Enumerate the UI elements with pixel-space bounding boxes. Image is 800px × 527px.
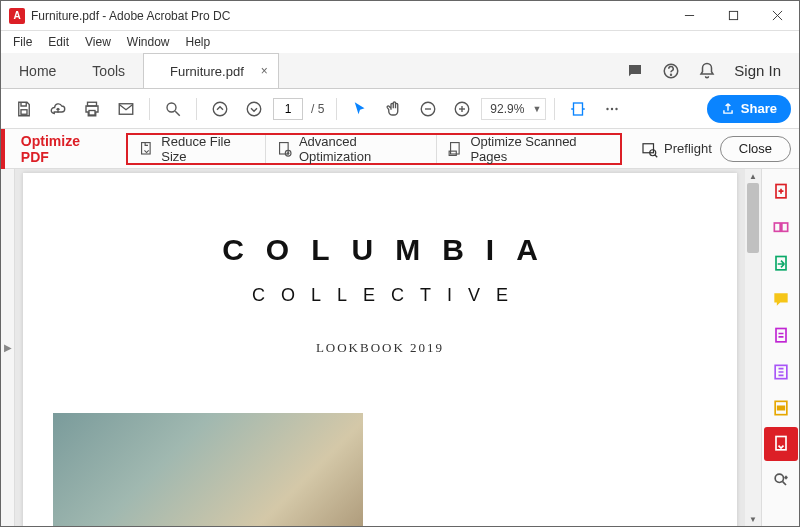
svg-rect-35 [776, 329, 786, 342]
svg-point-40 [775, 474, 783, 482]
tab-close-icon[interactable]: × [261, 64, 268, 78]
tool-combine-icon[interactable] [764, 211, 798, 245]
doc-hero-image [53, 413, 363, 526]
tab-document[interactable]: Furniture.pdf × [143, 53, 279, 88]
optimize-title: Optimize PDF [21, 133, 108, 165]
doc-heading-1: COLUMBIA [23, 233, 737, 267]
doc-heading-2: COLLECTIVE [23, 285, 737, 306]
svg-rect-33 [781, 223, 787, 231]
svg-line-30 [655, 155, 657, 157]
svg-point-12 [213, 102, 227, 116]
preflight-label: Preflight [664, 141, 712, 156]
svg-point-20 [607, 107, 609, 109]
optimize-scanned-button[interactable]: Optimize Scanned Pages [436, 135, 620, 163]
optimize-highlighted-group: Reduce File Size Advanced Optimization O… [126, 133, 622, 165]
tool-create-pdf-icon[interactable] [764, 175, 798, 209]
reduce-file-size-button[interactable]: Reduce File Size [128, 135, 265, 163]
tool-organize-icon[interactable] [764, 319, 798, 353]
svg-point-21 [611, 107, 613, 109]
tool-redact-icon[interactable] [764, 391, 798, 425]
menu-window[interactable]: Window [119, 33, 178, 51]
sign-in-button[interactable]: Sign In [734, 62, 781, 79]
close-button[interactable]: Close [720, 136, 791, 162]
svg-rect-26 [451, 142, 460, 153]
scroll-thumb[interactable] [747, 183, 759, 253]
bell-icon[interactable] [698, 62, 716, 80]
doc-inspired-text: INSPIRED BY [523, 523, 660, 526]
zoom-in-icon[interactable] [447, 94, 477, 124]
menu-edit[interactable]: Edit [40, 33, 77, 51]
svg-rect-32 [774, 223, 780, 231]
maximize-button[interactable] [711, 1, 755, 31]
tools-panel [761, 169, 799, 526]
chevron-down-icon: ▼ [532, 104, 541, 114]
hand-icon[interactable] [379, 94, 409, 124]
doc-subtitle: LOOKBOOK 2019 [23, 340, 737, 356]
share-label: Share [741, 101, 777, 116]
main-toolbar: / 5 92.9% ▼ Share [1, 89, 799, 129]
mail-icon[interactable] [111, 94, 141, 124]
vertical-scrollbar[interactable]: ▲ ▼ [745, 169, 761, 526]
svg-rect-38 [777, 406, 784, 409]
share-button[interactable]: Share [707, 95, 791, 123]
left-panel-toggle[interactable]: ▶ [1, 169, 15, 526]
advanced-optimization-label: Advanced Optimization [299, 134, 426, 164]
svg-rect-28 [643, 143, 654, 152]
title-bar: A Furniture.pdf - Adobe Acrobat Pro DC [1, 1, 799, 31]
help-icon[interactable] [662, 62, 680, 80]
preflight-button[interactable]: Preflight [640, 140, 712, 158]
search-icon[interactable] [158, 94, 188, 124]
cloud-icon[interactable] [43, 94, 73, 124]
reduce-file-size-label: Reduce File Size [161, 134, 255, 164]
app-icon: A [9, 8, 25, 24]
optimize-toolbar: Optimize PDF Reduce File Size Advanced O… [1, 129, 799, 169]
menu-file[interactable]: File [5, 33, 40, 51]
pointer-icon[interactable] [345, 94, 375, 124]
tool-more-icon[interactable] [764, 463, 798, 497]
tab-home[interactable]: Home [1, 53, 74, 88]
document-viewport[interactable]: COLUMBIA COLLECTIVE LOOKBOOK 2019 INSPIR… [15, 169, 745, 526]
page-down-icon[interactable] [239, 94, 269, 124]
optimize-scanned-label: Optimize Scanned Pages [470, 134, 610, 164]
document-page: COLUMBIA COLLECTIVE LOOKBOOK 2019 INSPIR… [23, 173, 737, 526]
tool-export-icon[interactable] [764, 247, 798, 281]
scroll-up-icon[interactable]: ▲ [745, 169, 761, 183]
page-up-icon[interactable] [205, 94, 235, 124]
svg-rect-6 [21, 109, 27, 114]
zoom-select[interactable]: 92.9% ▼ [481, 98, 546, 120]
tab-document-label: Furniture.pdf [170, 64, 244, 79]
svg-point-5 [671, 74, 672, 75]
tool-comment-icon[interactable] [764, 283, 798, 317]
zoom-out-icon[interactable] [413, 94, 443, 124]
close-window-button[interactable] [755, 1, 799, 31]
page-number-input[interactable] [273, 98, 303, 120]
menu-view[interactable]: View [77, 33, 119, 51]
svg-rect-8 [89, 110, 95, 115]
svg-rect-19 [574, 103, 583, 115]
save-icon[interactable] [9, 94, 39, 124]
more-icon[interactable] [597, 94, 627, 124]
svg-point-10 [167, 103, 176, 112]
accent-bar [1, 129, 5, 169]
print-icon[interactable] [77, 94, 107, 124]
tab-tools[interactable]: Tools [74, 53, 143, 88]
svg-rect-1 [729, 11, 737, 19]
svg-point-22 [616, 107, 618, 109]
tool-compress-icon[interactable] [764, 355, 798, 389]
fit-width-icon[interactable] [563, 94, 593, 124]
chat-icon[interactable] [626, 62, 644, 80]
scroll-down-icon[interactable]: ▼ [745, 512, 761, 526]
advanced-optimization-button[interactable]: Advanced Optimization [265, 135, 436, 163]
page-total-label: / 5 [307, 102, 328, 116]
menu-help[interactable]: Help [178, 33, 219, 51]
svg-rect-24 [279, 142, 288, 153]
tool-optimize-icon[interactable] [764, 427, 798, 461]
workspace: ▶ COLUMBIA COLLECTIVE LOOKBOOK 2019 INSP… [1, 169, 799, 526]
svg-line-11 [175, 111, 180, 116]
window-title: Furniture.pdf - Adobe Acrobat Pro DC [31, 9, 667, 23]
menu-bar: File Edit View Window Help [1, 31, 799, 53]
minimize-button[interactable] [667, 1, 711, 31]
zoom-value: 92.9% [486, 102, 528, 116]
tab-bar: Home Tools Furniture.pdf × Sign In [1, 53, 799, 89]
svg-point-13 [247, 102, 261, 116]
